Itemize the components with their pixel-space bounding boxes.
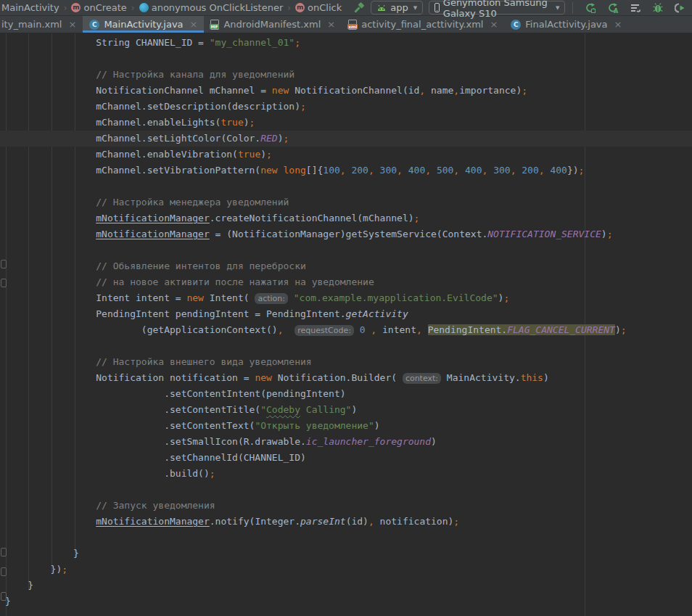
tab-label: ity_main.xml	[1, 19, 62, 30]
tab-activity-main-xml[interactable]: ity_main.xml ×	[0, 16, 83, 33]
apply-changes-icon[interactable]: A	[606, 1, 620, 15]
code-line[interactable]: PendingIntent pendingIntent = PendingInt…	[0, 306, 692, 322]
apply-code-changes-icon[interactable]	[628, 1, 643, 15]
code-line[interactable]: .setChannelId(CHANNEL_ID)	[0, 450, 692, 466]
breadcrumb: MainActivity › m onCreate › anonymous On…	[1, 2, 342, 13]
attach-debugger-icon[interactable]	[673, 1, 688, 15]
code-line[interactable]: }	[0, 594, 692, 609]
android-icon	[376, 4, 387, 12]
tab-activity-final-acttivity-xml[interactable]: xml activity_final_acttivity.xml ×	[342, 16, 504, 33]
code-line[interactable]	[0, 338, 692, 354]
breadcrumb-item-anonymous-class[interactable]: anonymous OnClickListener	[139, 2, 284, 13]
code-editor[interactable]: String CHANNEL_ID = "my_channel_01"; // …	[0, 33, 692, 616]
code-line[interactable]: NotificationChannel mChannel = new Notif…	[0, 83, 692, 99]
fold-marker[interactable]	[1, 548, 7, 557]
code-line[interactable]: (getApplicationContext(), requestCode: 0…	[0, 322, 692, 338]
code-line[interactable]: // Настройка внешнего вида уведомления	[0, 354, 692, 370]
parameter-hint: context:	[403, 373, 441, 384]
code-line[interactable]	[0, 242, 692, 258]
breadcrumb-separator-icon: ›	[131, 3, 136, 13]
chevron-down-icon: ▼	[556, 5, 559, 11]
code-line[interactable]: // на новое активити после нажатия на ув…	[0, 274, 692, 290]
code-line[interactable]	[0, 530, 692, 546]
code-line[interactable]: String CHANNEL_ID = "my_channel_01";	[0, 35, 692, 51]
svg-text:A: A	[614, 8, 619, 14]
editor-tab-bar: ity_main.xml × C MainActivity.java × MF …	[0, 16, 692, 33]
main-toolbar: MainActivity › m onCreate › anonymous On…	[0, 0, 692, 16]
run-icon[interactable]	[583, 1, 598, 15]
parameter-hint: action:	[255, 293, 288, 304]
code-line[interactable]: mNotificationManager.createNotificationC…	[0, 210, 692, 226]
code-line[interactable]: Notification notification = new Notifica…	[0, 370, 692, 386]
code-line[interactable]: mChannel.setDescription(description);	[0, 99, 692, 115]
code-line[interactable]: .setSmallIcon(R.drawable.ic_launcher_for…	[0, 434, 692, 450]
code-line[interactable]	[0, 482, 692, 498]
tab-label: AndroidManifest.xml	[223, 19, 321, 30]
xml-file-icon: xml	[348, 20, 357, 30]
code-line[interactable]: .setContentText("Открыть уведомление")	[0, 418, 692, 434]
java-class-icon: C	[511, 20, 521, 30]
code-line[interactable]: // Настройка менеджера уведомлений	[0, 194, 692, 210]
breadcrumb-separator-icon: ›	[287, 3, 292, 13]
method-icon: m	[295, 3, 305, 12]
code-line[interactable]: mChannel.setVibrationPattern(new long[]{…	[0, 163, 692, 178]
debug-icon[interactable]	[651, 1, 665, 15]
fold-marker[interactable]	[1, 279, 7, 287]
breadcrumb-item-class[interactable]: MainActivity	[1, 2, 59, 13]
method-icon: m	[71, 3, 81, 12]
breadcrumb-item-onclick[interactable]: m onClick	[295, 2, 342, 13]
parameter-hint: requestCode:	[294, 325, 354, 336]
anonymous-class-icon	[139, 3, 149, 12]
close-icon[interactable]: ×	[490, 19, 498, 30]
breadcrumb-label: anonymous OnClickListener	[152, 2, 284, 13]
code-line[interactable]: mChannel.enableVibration(true);	[0, 147, 692, 163]
breadcrumb-label: MainActivity	[1, 2, 59, 13]
close-icon[interactable]: ×	[190, 19, 198, 30]
code-line[interactable]: Intent intent = new Intent( action: "com…	[0, 290, 692, 306]
code-line[interactable]: // Запуск уведомления	[0, 498, 692, 514]
code-line[interactable]: mNotificationManager.notify(Integer.pars…	[0, 514, 692, 530]
tab-label: MainActivity.java	[104, 19, 183, 30]
code-line[interactable]: // Обьявление интентов для переброски	[0, 258, 692, 274]
code-line[interactable]: // Настройка канала для уведомлений	[0, 67, 692, 83]
code-line[interactable]: .setContentTitle("Codeby Calling")	[0, 402, 692, 418]
toolbar-actions: A	[583, 1, 688, 15]
code-line[interactable]: }	[0, 546, 692, 562]
close-icon[interactable]: ×	[614, 19, 622, 30]
code-line[interactable]: .setContentIntent(pendingIntent)	[0, 386, 692, 402]
close-icon[interactable]: ×	[327, 19, 335, 30]
build-hammer-icon[interactable]	[353, 1, 365, 15]
code-line[interactable]: .build();	[0, 466, 692, 482]
manifest-file-icon: MF	[210, 20, 219, 30]
chevron-down-icon: ▼	[413, 5, 417, 11]
java-class-icon: C	[89, 20, 99, 30]
breadcrumb-separator-icon: ›	[63, 3, 68, 13]
code-line[interactable]: mChannel.setLightColor(Color.RED);	[0, 131, 692, 147]
code-line[interactable]	[0, 178, 692, 194]
breadcrumb-label: onClick	[308, 2, 342, 13]
tab-androidmanifest-xml[interactable]: MF AndroidManifest.xml ×	[204, 16, 342, 33]
phone-icon	[434, 3, 440, 12]
code-line[interactable]: }	[0, 578, 692, 594]
code-line[interactable]: });	[0, 562, 692, 578]
fold-marker[interactable]	[1, 567, 7, 576]
close-icon[interactable]: ×	[68, 19, 76, 30]
breadcrumb-label: onCreate	[83, 2, 126, 13]
tab-label: FinalActtivity.java	[525, 19, 607, 30]
fold-marker[interactable]	[1, 592, 7, 601]
code-line[interactable]: mChannel.enableLights(true);	[0, 115, 692, 131]
tab-mainactivity-java[interactable]: C MainActivity.java ×	[83, 16, 204, 33]
run-configuration-label: app	[390, 2, 408, 13]
code-line[interactable]	[0, 51, 692, 67]
code-line[interactable]: mNotificationManager = (NotificationMana…	[0, 226, 692, 242]
device-select[interactable]: Genymotion Samsung Galaxy S10 ▼	[429, 1, 565, 15]
breadcrumb-item-oncreate[interactable]: m onCreate	[71, 2, 126, 13]
fold-marker[interactable]	[1, 260, 7, 268]
code-area[interactable]: String CHANNEL_ID = "my_channel_01"; // …	[0, 33, 692, 609]
toolbar-separator	[572, 2, 573, 14]
tab-label: activity_final_acttivity.xml	[361, 19, 483, 30]
tab-finalacttivity-java[interactable]: C FinalActtivity.java ×	[504, 16, 628, 33]
run-configuration-select[interactable]: app ▼	[371, 1, 423, 15]
